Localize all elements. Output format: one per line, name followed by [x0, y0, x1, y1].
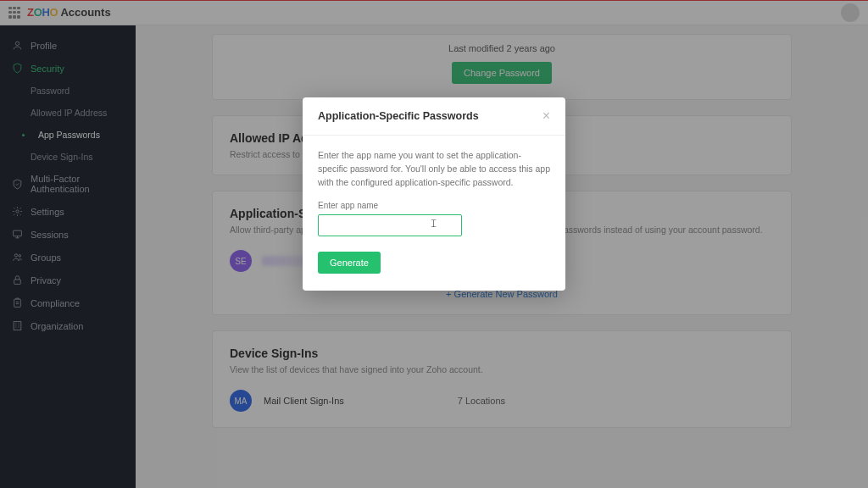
app-name-input[interactable]	[318, 214, 462, 236]
modal-description: Enter the app name you want to set the a…	[318, 149, 550, 189]
app-password-modal: Application-Specific Passwords × Enter t…	[303, 97, 565, 291]
close-icon[interactable]: ×	[542, 109, 550, 123]
modal-overlay[interactable]: Application-Specific Passwords × Enter t…	[0, 0, 868, 488]
modal-header: Application-Specific Passwords ×	[303, 97, 565, 136]
modal-body: Enter the app name you want to set the a…	[303, 136, 565, 291]
generate-button[interactable]: Generate	[318, 252, 381, 274]
modal-title: Application-Specific Passwords	[318, 110, 479, 122]
app-name-label: Enter app name	[318, 201, 550, 210]
